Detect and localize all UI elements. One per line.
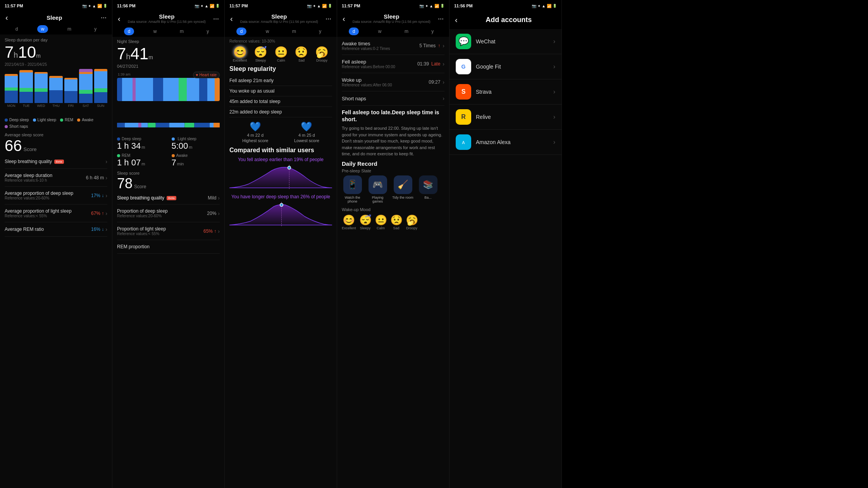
tab-m-2[interactable]: m — [176, 27, 188, 35]
back-btn-2[interactable]: ‹ — [118, 14, 121, 23]
title-3: Sleep — [233, 13, 326, 20]
pre-sleep-other[interactable]: 📚 Ba... — [417, 175, 439, 203]
score-circles: 💙 4 m 22 d Highest score 💙 4 m 25 d Lowe… — [229, 121, 332, 143]
panel-4: 11:57 PM 📷✦▲📶🔋 ‹ Sleep Data source: Amaz… — [337, 0, 450, 488]
tab-w-3[interactable]: w — [262, 27, 273, 35]
svg-rect-8 — [214, 123, 220, 127]
short-naps-row[interactable]: Short naps › — [342, 91, 444, 106]
back-btn-1[interactable]: ‹ — [5, 13, 8, 22]
account-strava[interactable]: S Strava › — [450, 79, 561, 105]
wakeup-droopy[interactable]: 🥱 Droopy — [406, 214, 418, 230]
accounts-header: ‹ Add accounts — [450, 11, 561, 29]
back-btn-4[interactable]: ‹ — [343, 14, 345, 23]
account-relive[interactable]: R Relive › — [450, 105, 561, 130]
tab-d-2[interactable]: d — [124, 27, 134, 35]
pre-sleep-games[interactable]: 🎮 Playing games — [367, 175, 388, 203]
wakeup-calm[interactable]: 😐 Calm — [375, 214, 387, 230]
deep-proportion[interactable]: Proportion of deep sleep Reference value… — [117, 204, 220, 222]
top-bar-2: ‹ Sleep Data source: Amazfit Bip U Pro (… — [112, 11, 224, 26]
tab-y-3[interactable]: y — [315, 27, 325, 35]
pre-sleep-grid: 📱 Watch the phone 🎮 Playing games 🧹 Tidy… — [342, 175, 444, 203]
svg-rect-2 — [194, 123, 210, 127]
more-btn-2[interactable]: ··· — [213, 15, 219, 23]
bar-fri: FRI — [64, 69, 78, 108]
add-accounts-title: Add accounts — [462, 16, 556, 24]
tab-y-2[interactable]: y — [203, 27, 213, 35]
tab-y-1[interactable]: y — [90, 25, 100, 33]
big-time-1: 7h10m — [5, 43, 107, 62]
title-4: Sleep — [345, 13, 438, 20]
status-icons-2: 📷✦▲📶🔋 — [195, 4, 220, 8]
panel-5: 11:56 PM 📷✦▲📶🔋 ‹ Add accounts 💬 WeChat ›… — [450, 0, 562, 488]
status-icons-4: 📷✦▲📶🔋 — [419, 4, 444, 8]
tab-y-4[interactable]: y — [427, 27, 437, 35]
compare-chart-1 — [229, 165, 332, 192]
amazon-arrow: › — [553, 139, 555, 146]
tab-bar-4: d w m y — [337, 26, 449, 37]
wechat-name: WeChat — [476, 38, 553, 45]
account-amazon[interactable]: A Amazon Alexa › — [450, 130, 561, 155]
avg-deep[interactable]: Average proportion of deep sleep Referen… — [5, 187, 107, 204]
account-google-fit[interactable]: G Google Fit › — [450, 54, 561, 79]
status-bar-2: 11:56 PM 📷✦▲📶🔋 — [112, 0, 224, 11]
account-wechat[interactable]: 💬 WeChat › — [450, 29, 561, 54]
tab-w-4[interactable]: w — [374, 27, 386, 35]
wakeup-excellent[interactable]: 😊 Excellent — [342, 214, 356, 230]
awake-times-row[interactable]: Awake times Reference values:0-2 Times 5… — [342, 37, 444, 55]
more-btn-1[interactable]: ··· — [101, 14, 107, 22]
mood-calm[interactable]: 😐 Calm — [274, 46, 288, 62]
mood-sleepy[interactable]: 😴 Sleepy — [254, 46, 267, 62]
tab-m-1[interactable]: m — [64, 25, 75, 33]
status-bar-3: 11:57 PM 📷✦▲📶🔋 — [225, 0, 337, 11]
light-proportion[interactable]: Proportion of light sleep Reference valu… — [117, 222, 220, 240]
back-btn-5[interactable]: ‹ — [455, 15, 458, 24]
legend-1: Deep sleep Light sleep REM Awake Short n… — [5, 118, 107, 129]
breathing-item[interactable]: Sleep breathing quality Beta › — [5, 155, 107, 169]
mood-row-3: 😊 Excellent 😴 Sleepy 😐 Calm 😟 Sad 🥱 Droo… — [229, 46, 332, 62]
reg-item-4: 22m added to deep sleep — [229, 107, 332, 117]
avg-sleep-dur[interactable]: Average sleep duration Reference values:… — [5, 169, 107, 187]
ref-text-3: Reference values: 10-30% — [229, 39, 332, 43]
wakeup-sad[interactable]: 😟 Sad — [390, 214, 403, 230]
avg-light[interactable]: Average proportion of light sleep Refere… — [5, 204, 107, 222]
more-btn-3[interactable]: ··· — [326, 15, 331, 23]
tab-w-1[interactable]: w — [37, 25, 48, 33]
rem-proportion[interactable]: REM proportion — [117, 240, 220, 254]
panel-1: 11:57 PM 📷✦▲📶🔋 ‹ Sleep ··· d w m y Sleep… — [0, 0, 112, 488]
mood-sad[interactable]: 😟 Sad — [294, 46, 308, 62]
tab-bar-1: d w m y — [0, 24, 112, 34]
tab-m-3[interactable]: m — [288, 27, 300, 35]
tab-d-3[interactable]: d — [236, 27, 247, 35]
pre-sleep-phone[interactable]: 📱 Watch the phone — [342, 175, 363, 203]
fell-asleep-row[interactable]: Fell asleep Reference values:Before 00:0… — [342, 55, 444, 73]
stat-row-3: REM 1 h 07m Awake 7min — [117, 153, 220, 168]
wakeup-mood-row: 😊 Excellent 😴 Sleepy 😐 Calm 😟 Sad 🥱 — [342, 214, 444, 230]
back-btn-3[interactable]: ‹ — [230, 14, 233, 23]
status-icons-5: 📷✦▲📶🔋 — [532, 4, 557, 8]
mood-droopy[interactable]: 🥱 Droopy — [315, 46, 329, 62]
top-bar-3: ‹ Sleep Data source: Amazfit Bip U Pro (… — [225, 11, 337, 26]
heart-rate-tag[interactable]: ♥ Heart rate — [193, 72, 220, 78]
woke-up-row[interactable]: Woke up Reference values:After 06:00 09:… — [342, 73, 444, 91]
relive-icon: R — [456, 109, 471, 125]
mood-excellent[interactable]: 😊 Excellent — [233, 46, 247, 62]
breathing-row-2[interactable]: Sleep breathing quality Beta Mild › — [117, 192, 220, 204]
svg-rect-7 — [184, 123, 194, 127]
tab-d-4[interactable]: d — [349, 27, 359, 35]
tab-m-4[interactable]: m — [401, 27, 412, 35]
wakeup-sleepy[interactable]: 😴 Sleepy — [359, 214, 372, 230]
avg-rem[interactable]: Average REM ratio 16% ↓› — [5, 222, 107, 237]
panel-1-content: Sleep duration per day 7h10m 2021/04/19 … — [0, 34, 112, 488]
more-btn-4[interactable]: ··· — [438, 15, 444, 23]
panel-4-content: Awake times Reference values:0-2 Times 5… — [337, 37, 449, 488]
title-2: Sleep — [121, 13, 213, 20]
svg-point-11 — [288, 166, 291, 169]
tab-d-1[interactable]: d — [12, 25, 22, 33]
pre-sleep-tidy[interactable]: 🧹 Tidy the room — [392, 175, 413, 203]
time-3: 11:57 PM — [229, 3, 248, 8]
svg-text:A: A — [462, 140, 465, 145]
strava-name: Strava — [476, 89, 553, 95]
bar-thu: THU — [49, 69, 62, 108]
tab-w-2[interactable]: w — [150, 27, 161, 35]
reg-item-2: You woke up as usual — [229, 86, 332, 96]
